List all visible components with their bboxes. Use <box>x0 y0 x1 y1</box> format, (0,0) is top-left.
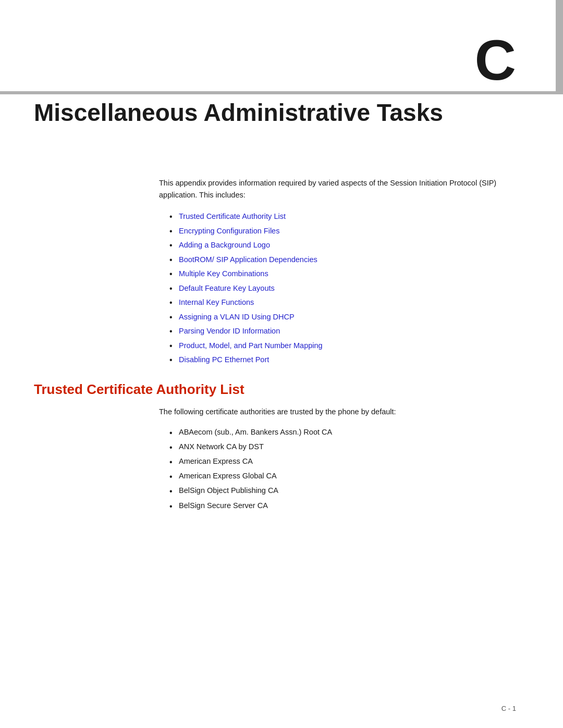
page: C Miscellaneous Administrative Tasks Thi… <box>0 0 563 728</box>
toc-item-4: BootROM/ SIP Application Dependencies <box>169 254 529 265</box>
toc-item-10: Product, Model, and Part Number Mapping <box>169 340 529 351</box>
section1-heading: Trusted Certificate Authority List <box>34 381 529 398</box>
page-number: C - 1 <box>501 705 516 712</box>
toc-item-6: Default Feature Key Layouts <box>169 282 529 294</box>
chapter-letter: C <box>475 31 516 89</box>
toc-link-9[interactable]: Parsing Vendor ID Information <box>179 327 280 335</box>
section1-list: ABAecom (sub., Am. Bankers Assn.) Root C… <box>169 426 529 512</box>
toc-link-8[interactable]: Assigning a VLAN ID Using DHCP <box>179 313 295 321</box>
toc-list: Trusted Certificate Authority List Encry… <box>169 211 529 365</box>
toc-link-10[interactable]: Product, Model, and Part Number Mapping <box>179 341 323 350</box>
list-item: American Express CA <box>169 455 529 467</box>
toc-item-11: Disabling PC Ethernet Port <box>169 354 529 365</box>
section1-items: ABAecom (sub., Am. Bankers Assn.) Root C… <box>169 426 529 512</box>
toc-link-4[interactable]: BootROM/ SIP Application Dependencies <box>179 255 317 264</box>
toc-item-7: Internal Key Functions <box>169 297 529 308</box>
toc-link-3[interactable]: Adding a Background Logo <box>179 241 270 249</box>
toc-link-6[interactable]: Default Feature Key Layouts <box>179 284 275 292</box>
toc-item-3: Adding a Background Logo <box>169 239 529 251</box>
toc-link-5[interactable]: Multiple Key Combinations <box>179 269 268 278</box>
page-footer: C - 1 <box>501 705 516 712</box>
toc-items: Trusted Certificate Authority List Encry… <box>169 211 529 365</box>
toc-item-2: Encrypting Configuration Files <box>169 225 529 237</box>
intro-paragraph: This appendix provides information requi… <box>159 177 529 201</box>
toc-link-1[interactable]: Trusted Certificate Authority List <box>179 212 286 220</box>
main-content: This appendix provides information requi… <box>34 177 529 514</box>
section1-intro: The following certificate authorities ar… <box>159 406 529 418</box>
right-bar-decoration <box>556 0 563 91</box>
chapter-title: Miscellaneous Administrative Tasks <box>34 99 529 127</box>
list-item: ABAecom (sub., Am. Bankers Assn.) Root C… <box>169 426 529 438</box>
list-item: BelSign Object Publishing CA <box>169 485 529 497</box>
list-item: ANX Network CA by DST <box>169 441 529 453</box>
toc-item-1: Trusted Certificate Authority List <box>169 211 529 222</box>
toc-link-11[interactable]: Disabling PC Ethernet Port <box>179 355 269 364</box>
toc-item-9: Parsing Vendor ID Information <box>169 325 529 337</box>
toc-item-8: Assigning a VLAN ID Using DHCP <box>169 311 529 323</box>
toc-item-5: Multiple Key Combinations <box>169 268 529 279</box>
toc-link-7[interactable]: Internal Key Functions <box>179 298 254 306</box>
list-item: BelSign Secure Server CA <box>169 500 529 512</box>
list-item: American Express Global CA <box>169 470 529 482</box>
toc-link-2[interactable]: Encrypting Configuration Files <box>179 227 279 235</box>
